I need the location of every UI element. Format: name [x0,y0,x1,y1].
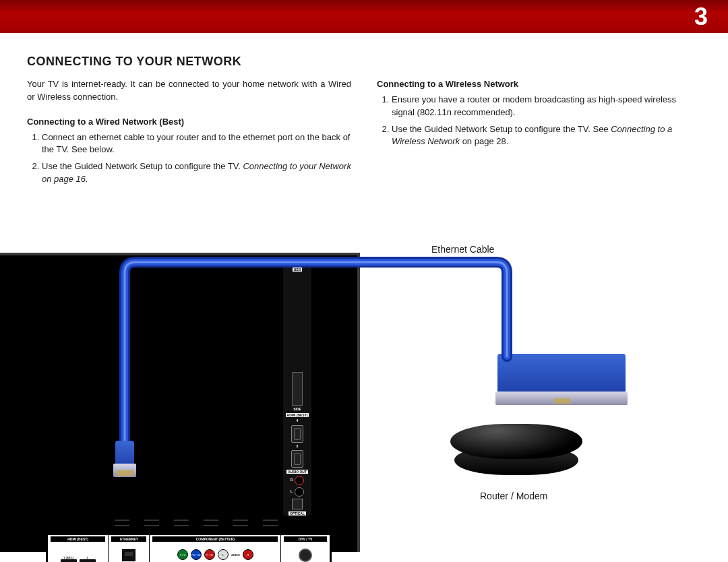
optical-port [292,499,303,509]
ethernet-port [122,549,135,561]
coax-port [299,549,312,562]
wireless-heading: Connecting to a Wireless Network [377,78,701,91]
optical-label: OPTICAL [289,511,306,516]
audio-out-l-jack [295,487,304,497]
wireless-step-2: Use the Guided Network Setup to configur… [392,123,701,149]
bp-audio-label: AUDIO [231,553,240,557]
header-bar: 3 [0,0,728,33]
router-modem-illustration [450,424,582,475]
tv-side-port-strip: USB SIDE HDMI (BEST) 4 3 AUDIO OUT R L O… [283,266,311,516]
hdmi-4-port [291,425,303,443]
wired-heading: Connecting to a Wired Network (Best) [27,116,351,129]
tv-bottom-port-strip: HDMI (BEST) 1 (ARC) 2 ETHERNET COMPONENT… [46,533,332,562]
component-pb-jack: Pb / Cb [191,549,202,560]
rj45-plug-router-side [495,354,628,405]
wireless-steps: Ensure you have a router or modem broadc… [377,94,701,148]
wireless-step-2a: Use the Guided Network Setup to configur… [392,124,611,134]
left-column: Your TV is internet-ready. It can be con… [27,78,351,195]
usb-label: USB [293,268,303,272]
hdmi-3-port [291,450,303,468]
hdmi-2-port [80,559,96,562]
hdmi-best-side-label: HDMI (BEST) [286,413,309,417]
tv-back-panel: USB SIDE HDMI (BEST) 4 3 AUDIO OUT R L O… [0,253,360,552]
side-port [292,372,303,406]
bp-hdmi-title: HDMI (BEST) [51,536,105,542]
intro-text: Your TV is internet-ready. It can be con… [27,78,351,104]
hdmi-1-arc-port [61,559,77,562]
audio-l-label: L [291,490,293,494]
content-area: CONNECTING TO YOUR NETWORK Your TV is in… [0,33,728,195]
component-y-jack: Y / V [177,549,188,560]
rj45-plug-tv-side [113,441,136,477]
audio-r-label: R [291,478,293,482]
hdmi3-label: 3 [297,445,299,449]
wired-step-2: Use the Guided Network Setup to configur… [42,160,351,186]
router-modem-label: Router / Modem [480,491,547,501]
wireless-step-1: Ensure you have a router or modem broadc… [392,94,701,119]
wired-steps: Connect an ethernet cable to your router… [27,131,351,186]
component-audio-r-jack: R [243,549,253,560]
audio-out-label: AUDIO OUT [286,470,308,474]
ethernet-cable-label: Ethernet Cable [431,244,494,255]
component-audio-l-jack: L [218,549,229,560]
bp-eth-title: ETHERNET [111,536,146,542]
section-title: CONNECTING TO YOUR NETWORK [27,55,701,69]
right-column: Connecting to a Wireless Network Ensure … [377,78,701,195]
page-number: 3 [694,3,708,31]
wired-step-1: Connect an ethernet cable to your router… [42,131,351,157]
side-label: SIDE [293,408,301,412]
vent-slots [115,520,278,526]
wireless-step-2b: on page 28. [460,136,508,146]
bp-dtv-title: DTV / TV [284,536,327,542]
component-pr-jack: Pr / Cr [204,549,215,560]
hdmi4-label: 4 [297,419,299,423]
wired-step-2-text: Use the Guided Network Setup to configur… [42,161,241,171]
audio-out-r-jack [295,476,304,485]
bp-component-title: COMPONENT (BETTER) [152,536,278,542]
diagram: Ethernet Cable USB SIDE HDMI (BEST) 4 3 … [0,242,728,562]
